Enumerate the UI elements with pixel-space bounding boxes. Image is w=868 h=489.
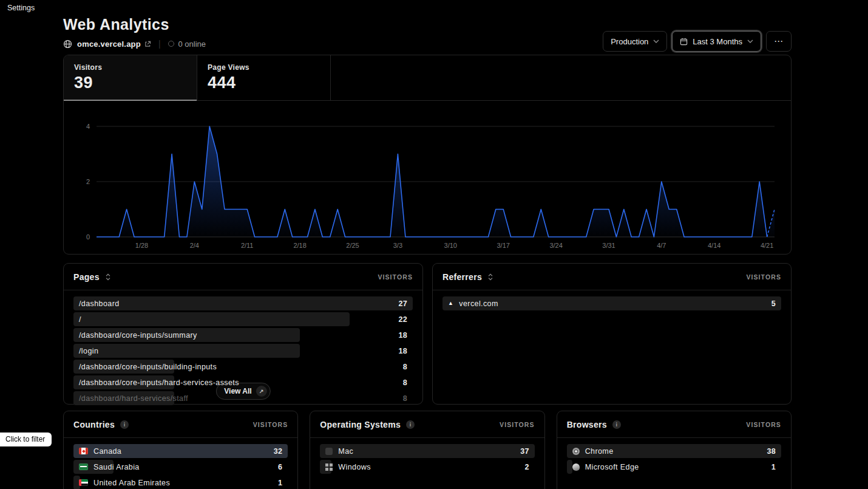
tab-page-views[interactable]: Page Views 444 xyxy=(197,55,331,100)
visitors-column-header: VISITORS xyxy=(378,273,413,281)
countries-title: Countries xyxy=(73,420,115,429)
svg-text:2/25: 2/25 xyxy=(346,242,359,249)
referrers-title: Referrers xyxy=(442,272,482,282)
visitors-time-series-chart: 0241/282/42/112/182/253/33/103/173/243/3… xyxy=(64,101,791,254)
page-row[interactable]: /22 xyxy=(73,312,413,327)
tab-visitors[interactable]: Visitors 39 xyxy=(64,55,197,100)
country-row[interactable]: Saudi Arabia6 xyxy=(73,459,288,474)
tab-label: Page Views xyxy=(208,63,320,72)
globe-icon xyxy=(63,39,72,49)
os-rows: Mac37Windows2 xyxy=(310,438,544,477)
page-value: 8 xyxy=(403,378,407,387)
visitors-column-header: VISITORS xyxy=(500,421,535,428)
page-label: /dashboard/hard-services/staff xyxy=(79,394,188,403)
page-row[interactable]: /dashboard/core-inputs/building-inputs8 xyxy=(73,359,413,374)
country-label: United Arab Emirates xyxy=(79,479,170,487)
os-label: Windows xyxy=(325,463,371,471)
value-bar xyxy=(73,344,300,358)
svg-text:4: 4 xyxy=(86,123,90,130)
browser-value: 1 xyxy=(771,463,776,471)
ellipsis-icon: ⋯ xyxy=(774,36,784,47)
more-options-button[interactable]: ⋯ xyxy=(766,31,792,52)
info-icon[interactable]: i xyxy=(612,420,621,429)
svg-text:1/28: 1/28 xyxy=(135,242,148,249)
country-row[interactable]: Canada32 xyxy=(73,443,288,459)
divider: | xyxy=(158,39,161,49)
page-value: 8 xyxy=(403,394,407,403)
edge-icon xyxy=(572,463,580,471)
click-to-filter-tooltip: Click to filter xyxy=(0,433,52,446)
pages-referrers-row: Pages VISITORS /dashboard27/22/dashboard… xyxy=(63,263,792,405)
area-chart: 0241/282/42/112/182/253/33/103/173/243/3… xyxy=(64,101,792,254)
referrer-value: 5 xyxy=(771,299,776,308)
value-bar xyxy=(73,296,413,310)
page-value: 18 xyxy=(398,331,407,340)
os-row[interactable]: Mac37 xyxy=(320,443,534,459)
svg-text:2/4: 2/4 xyxy=(190,242,199,249)
svg-text:2: 2 xyxy=(86,178,90,185)
nav-item-settings[interactable]: Settings xyxy=(7,4,35,12)
page-row[interactable]: /dashboard27 xyxy=(73,296,413,311)
country-value: 32 xyxy=(274,447,283,456)
info-icon[interactable]: i xyxy=(120,420,129,429)
top-navigation: Settings xyxy=(0,0,868,16)
chrome-icon xyxy=(572,448,580,455)
referrer-label: ▲vercel.com xyxy=(448,299,498,308)
page-label: /dashboard xyxy=(79,299,120,308)
country-label: Saudi Arabia xyxy=(79,463,140,471)
page-row[interactable]: /dashboard/core-inputs/summary18 xyxy=(73,327,413,343)
browser-label: Microsoft Edge xyxy=(572,463,639,471)
referrer-row[interactable]: ▲vercel.com5 xyxy=(442,296,781,311)
page-label: /dashboard/core-inputs/building-inputs xyxy=(79,363,217,371)
svg-text:2/18: 2/18 xyxy=(293,242,306,249)
browser-row[interactable]: Chrome38 xyxy=(567,443,781,459)
vercel-icon: ▲ xyxy=(448,301,453,306)
pages-title: Pages xyxy=(73,272,100,282)
windows-icon xyxy=(325,463,333,471)
sort-icon[interactable] xyxy=(487,273,493,281)
date-range-selector[interactable]: Last 3 Months xyxy=(672,31,761,52)
expand-icon: ↗ xyxy=(256,386,267,397)
page-label: / xyxy=(79,315,81,324)
visitors-count: 39 xyxy=(74,74,186,92)
country-value: 1 xyxy=(278,479,282,487)
os-value: 2 xyxy=(524,463,529,471)
sort-icon[interactable] xyxy=(105,273,111,281)
domain-link[interactable]: omce.vercel.app xyxy=(77,39,141,49)
svg-text:3/10: 3/10 xyxy=(444,242,457,249)
os-row[interactable]: Windows2 xyxy=(320,459,534,474)
visitors-column-header: VISITORS xyxy=(746,421,781,428)
svg-text:0: 0 xyxy=(86,233,90,241)
browser-label: Chrome xyxy=(572,447,614,456)
browsers-rows: Chrome38Microsoft Edge1 xyxy=(557,438,791,477)
referrers-panel: Referrers VISITORS ▲vercel.com5 xyxy=(432,263,792,405)
browsers-title: Browsers xyxy=(567,420,607,429)
page-row[interactable]: /login18 xyxy=(73,343,413,358)
svg-text:4/7: 4/7 xyxy=(657,242,666,249)
external-link-icon[interactable] xyxy=(144,41,151,47)
environment-selector[interactable]: Production xyxy=(603,31,667,52)
page-label: /login xyxy=(79,347,98,355)
header-controls: Production Last 3 Months ⋯ xyxy=(603,31,792,52)
tab-label: Visitors xyxy=(74,63,186,72)
os-panel-header: Operating Systems i VISITORS xyxy=(310,411,544,438)
browsers-panel: Browsers i VISITORS Chrome38Microsoft Ed… xyxy=(557,411,792,489)
page-value: 18 xyxy=(398,347,407,355)
country-row[interactable]: United Arab Emirates1 xyxy=(73,475,288,489)
pages-panel-header: Pages VISITORS xyxy=(64,264,422,290)
svg-text:3/31: 3/31 xyxy=(602,242,615,249)
breakdown-row: Countries i VISITORS Canada32Saudi Arabi… xyxy=(63,411,792,489)
browsers-panel-header: Browsers i VISITORS xyxy=(557,411,791,438)
ae-flag-icon xyxy=(79,479,88,486)
svg-text:2/11: 2/11 xyxy=(241,242,254,249)
svg-text:4/21: 4/21 xyxy=(761,242,773,249)
browser-row[interactable]: Microsoft Edge1 xyxy=(567,459,781,474)
online-status: 0 online xyxy=(168,39,206,49)
countries-rows: Canada32Saudi Arabia6United Arab Emirate… xyxy=(64,438,297,489)
calendar-icon xyxy=(680,38,688,46)
visitors-chart-card: Visitors 39 Page Views 444 0241/282/42/1… xyxy=(63,55,792,255)
page-value: 22 xyxy=(398,315,407,324)
page-value: 8 xyxy=(403,363,407,371)
chevron-down-icon xyxy=(747,39,753,43)
info-icon[interactable]: i xyxy=(406,420,415,429)
